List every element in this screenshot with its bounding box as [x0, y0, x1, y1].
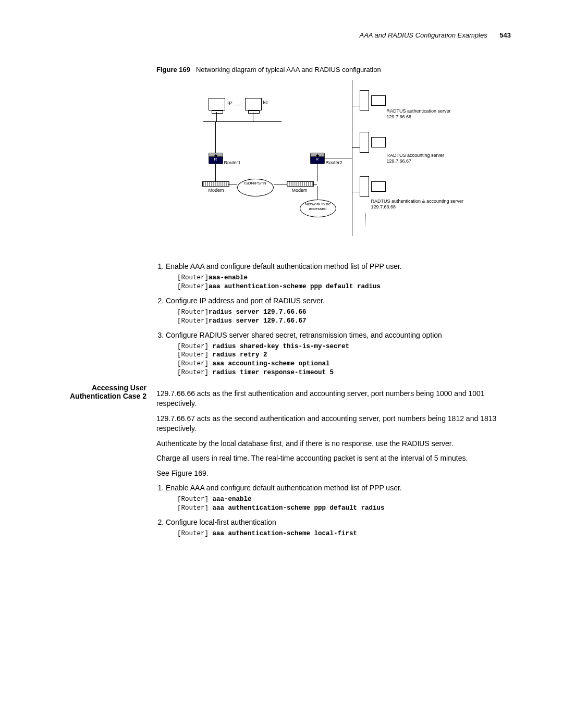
- s2-step2: Configure local-first authentication [Ro…: [166, 518, 510, 538]
- step2-code: [Router]radius server 129.7.66.66 [Route…: [177, 308, 510, 326]
- section2-p3: Authenticate by the local database first…: [156, 439, 510, 449]
- srv3-ip: 129.7.66.68: [371, 204, 464, 210]
- config-steps-1: Enable AAA and configure default authent…: [156, 262, 510, 377]
- s2-step1-code: [Router] aaa-enable [Router] aaa authent…: [177, 495, 510, 513]
- figure-label: Figure 169: [156, 66, 190, 73]
- step3-text: Configure RADIUS server shared secret, r…: [166, 331, 442, 339]
- figure-caption-text: Networking diagram of typical AAA and RA…: [196, 66, 381, 73]
- network-cloud: Network to be accessed: [300, 200, 336, 217]
- srv1-label: RADTUS authentication server: [387, 108, 451, 114]
- step3-code: [Router] radius shared-key this-is-my-se…: [177, 342, 510, 378]
- step2: Configure IP address and port of RADIUS …: [166, 297, 510, 326]
- figure-caption: Figure 169 Networking diagram of typical…: [156, 66, 510, 73]
- s2-step1-text: Enable AAA and configure default authent…: [166, 484, 402, 492]
- section2-p4: Charge all users in real time. The real-…: [156, 453, 510, 463]
- section-heading-l2: Authentication Case 2: [53, 392, 146, 400]
- section2-p2: 129.7.66.67 acts as the second authentic…: [156, 414, 510, 434]
- router2-label: Router2: [326, 161, 342, 166]
- config-steps-2: Enable AAA and configure default authent…: [156, 484, 510, 538]
- srv3-label: RADTUS authentication & accounting serve…: [371, 199, 464, 204]
- router1-label: Router1: [224, 161, 241, 166]
- s2-step2-text: Configure local-first authentication: [166, 518, 276, 526]
- srv1-ip: 129.7.66.66: [387, 114, 451, 120]
- section-heading-l1: Accessing User: [53, 384, 146, 392]
- s2-step1: Enable AAA and configure default authent…: [166, 484, 510, 513]
- section-heading: Accessing User Authentication Case 2: [52, 383, 156, 544]
- section2-p5: See Figure 169.: [156, 468, 510, 478]
- srv2-label: RADTUS accounting server: [387, 153, 445, 158]
- s2-step2-code: [Router] aaa authentication-scheme local…: [177, 529, 510, 538]
- modem1-label: Modem: [209, 188, 224, 193]
- network-diagram: lqz lst ◆R Router1 Modem: [193, 80, 474, 246]
- step3: Configure RADIUS server shared secret, r…: [166, 331, 510, 378]
- modem2-label: Modem: [292, 188, 308, 193]
- section2-p1: 129.7.66.66 acts as the first authentica…: [156, 389, 510, 409]
- step1-code: [Router]aaa-enable [Router]aaa authentic…: [177, 274, 510, 291]
- step2-text: Configure IP address and port of RADIUS …: [166, 297, 325, 305]
- isdn-cloud: ISDN\PSTN: [237, 179, 274, 196]
- step1-text: Enable AAA and configure default authent…: [166, 262, 402, 270]
- header-title: AAA and RADIUS Configuration Examples: [359, 31, 487, 39]
- srv2-ip: 129.7.66.67: [387, 158, 445, 164]
- pc2-label: lst: [263, 101, 268, 106]
- step1: Enable AAA and configure default authent…: [166, 262, 510, 291]
- page-header: AAA and RADIUS Configuration Examples 54…: [52, 31, 511, 39]
- page-number: 543: [499, 31, 511, 39]
